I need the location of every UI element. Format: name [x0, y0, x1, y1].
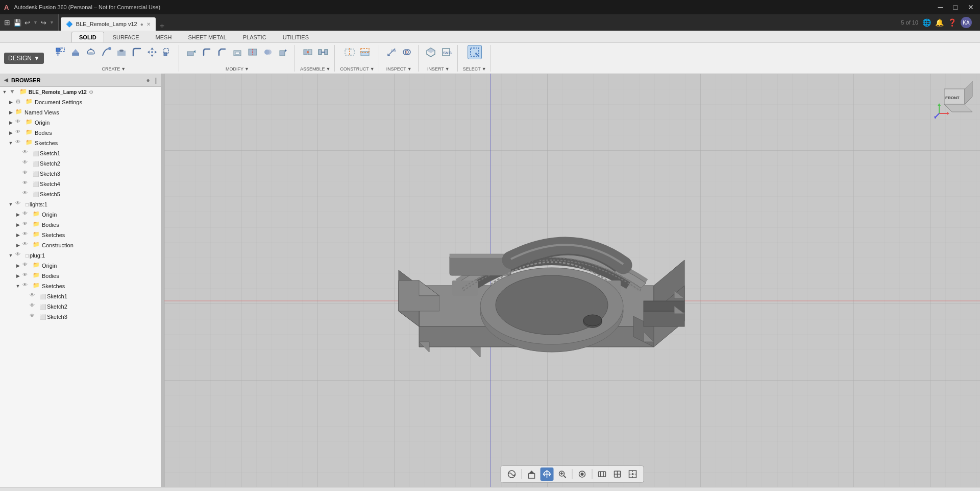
insert-group-label[interactable]: INSERT ▼ — [427, 66, 450, 72]
undo-icon[interactable]: ↩ — [24, 19, 30, 27]
tree-bodies[interactable]: ▶ 👁 📁 Bodies — [0, 128, 161, 138]
tree-sketch2[interactable]: 👁 ⬜ Sketch2 — [0, 158, 161, 169]
chamfer-icon[interactable] — [215, 45, 229, 59]
tree-plug-origin[interactable]: ▶ 👁 📁 Origin — [0, 261, 161, 271]
viewport[interactable]: FRONT — [164, 74, 980, 487]
create-group-label[interactable]: CREATE ▼ — [102, 66, 126, 72]
expand-plug[interactable]: ▼ — [7, 252, 14, 259]
extrude-icon[interactable] — [68, 45, 83, 59]
tree-sketch4[interactable]: 👁 ⬜ Sketch4 — [0, 179, 161, 189]
tree-sketch5[interactable]: 👁 ⬜ Sketch5 — [0, 189, 161, 199]
maximize-button[interactable]: □ — [951, 3, 960, 11]
browser-expand-icon[interactable]: ◀ — [4, 77, 8, 83]
expand-lights[interactable]: ▼ — [7, 201, 14, 208]
modify-group-label[interactable]: MODIFY ▼ — [226, 66, 249, 72]
midplane-icon[interactable] — [342, 45, 357, 59]
tab-sheet-metal[interactable]: SHEET METAL — [180, 32, 234, 42]
expand-lights-sketches[interactable]: ▶ — [14, 231, 21, 239]
tree-sketches[interactable]: ▼ 👁 📁 Sketches — [0, 138, 161, 148]
expand-named-views[interactable]: ▶ — [7, 109, 14, 116]
active-tab[interactable]: 🔷 BLE_Remote_Lamp v12 ● ✕ — [61, 17, 156, 31]
construct-group-label[interactable]: CONSTRUCT ▼ — [340, 66, 374, 72]
snap-settings-icon[interactable] — [626, 467, 640, 481]
browser-pin-icon[interactable]: | — [155, 77, 157, 84]
new-tab-button[interactable]: + — [157, 21, 167, 31]
pan-icon[interactable] — [541, 467, 554, 481]
interference-icon[interactable] — [400, 45, 414, 59]
modify-fillet-icon[interactable] — [200, 45, 214, 59]
look-at-icon[interactable] — [576, 467, 589, 481]
axis-cube[interactable]: FRONT — [934, 79, 975, 120]
tree-plug-component[interactable]: ▼ 👁 □ plug:1 — [0, 250, 161, 261]
home-icon[interactable] — [525, 467, 538, 481]
tree-named-views[interactable]: ▶ 📁 Named Views — [0, 107, 161, 118]
redo-dropdown-icon[interactable]: ▼ — [50, 20, 54, 25]
tree-root[interactable]: ▼ ▼ 📁 BLE_Remote_Lamp v12 ⚙ — [0, 87, 161, 97]
expand-plug-bodies[interactable]: ▶ — [14, 272, 21, 279]
shell-icon[interactable] — [230, 45, 244, 59]
expand-origin[interactable]: ▶ — [7, 119, 14, 126]
tree-doc-settings[interactable]: ▶ ⚙ 📁 Document Settings — [0, 97, 161, 107]
tree-origin[interactable]: ▶ 👁 📁 Origin — [0, 118, 161, 128]
tab-close-icon[interactable]: ✕ — [146, 21, 151, 27]
fillet-icon[interactable] — [130, 45, 144, 59]
insert-svg-icon[interactable]: SVG — [439, 45, 453, 59]
scale-icon[interactable] — [160, 45, 175, 59]
tab-plastic[interactable]: PLASTIC — [235, 32, 274, 42]
tree-plug-sketches[interactable]: ▼ 👁 📁 Sketches — [0, 281, 161, 291]
undo-dropdown-icon[interactable]: ▼ — [33, 20, 38, 25]
hole-icon[interactable] — [114, 45, 129, 59]
tree-lights-construction[interactable]: ▶ 👁 📁 Construction — [0, 240, 161, 250]
tab-utilities[interactable]: UTILITIES — [275, 32, 316, 42]
design-dropdown[interactable]: DESIGN ▼ — [4, 53, 44, 64]
expand-lights-origin[interactable]: ▶ — [14, 211, 21, 218]
inspect-group-label[interactable]: INSPECT ▼ — [386, 66, 412, 72]
select-group-label[interactable]: SELECT ▼ — [463, 66, 486, 72]
combine-icon[interactable] — [261, 45, 275, 59]
help-icon[interactable]: ❓ — [948, 18, 957, 27]
joint-icon[interactable] — [301, 45, 315, 59]
new-component-icon[interactable] — [53, 45, 67, 59]
expand-root[interactable]: ▼ — [1, 88, 8, 96]
expand-plug-sketches[interactable]: ▼ — [14, 283, 21, 290]
tab-solid[interactable]: SOLID — [71, 32, 104, 42]
expand-lights-construction[interactable]: ▶ — [14, 242, 21, 249]
tree-sketch3[interactable]: 👁 ⬜ Sketch3 — [0, 169, 161, 179]
expand-bodies[interactable]: ▶ — [7, 129, 14, 136]
tree-plug-sketch1[interactable]: 👁 ⬜ Sketch1 — [0, 291, 161, 301]
assemble-group-label[interactable]: ASSEMBLE ▼ — [300, 66, 330, 72]
display-settings-icon[interactable] — [596, 467, 609, 481]
browser-options-icon[interactable]: ● — [146, 77, 150, 84]
offset-plane-icon[interactable] — [358, 45, 372, 59]
tree-lights-component[interactable]: ▼ 👁 □ lights:1 — [0, 199, 161, 209]
sweep-icon[interactable] — [99, 45, 113, 59]
notifications-icon[interactable]: 🔔 — [935, 18, 944, 27]
tree-lights-origin[interactable]: ▶ 👁 📁 Origin — [0, 209, 161, 220]
close-button[interactable]: ✕ — [966, 3, 976, 11]
insert-mesh-icon[interactable] — [424, 45, 438, 59]
rigid-group-icon[interactable] — [316, 45, 330, 59]
tree-plug-sketch3[interactable]: 👁 ⬜ Sketch3 — [0, 312, 161, 322]
expand-sketches[interactable]: ▼ — [7, 139, 14, 147]
expand-lights-bodies[interactable]: ▶ — [14, 221, 21, 228]
tab-mesh[interactable]: MESH — [148, 32, 180, 42]
minimize-button[interactable]: ─ — [936, 3, 945, 11]
split-face-icon[interactable] — [246, 45, 260, 59]
modify-move-icon[interactable] — [276, 45, 290, 59]
tree-lights-sketches[interactable]: ▶ 👁 📁 Sketches — [0, 230, 161, 240]
apps-icon[interactable]: ⊞ — [4, 18, 10, 27]
grid-settings-icon[interactable] — [611, 467, 624, 481]
revolve-icon[interactable] — [84, 45, 98, 59]
tree-sketch1[interactable]: 👁 ⬜ Sketch1 — [0, 148, 161, 158]
redo-icon[interactable]: ↪ — [41, 19, 46, 27]
expand-plug-origin[interactable]: ▶ — [14, 262, 21, 269]
tree-plug-sketch2[interactable]: 👁 ⬜ Sketch2 — [0, 301, 161, 312]
push-pull-icon[interactable] — [184, 45, 199, 59]
tab-surface[interactable]: SURFACE — [105, 32, 147, 42]
expand-doc-settings[interactable]: ▶ — [7, 99, 14, 106]
account-icon[interactable]: KA — [961, 17, 972, 28]
move-icon[interactable] — [145, 45, 159, 59]
orbit-icon[interactable] — [505, 467, 519, 481]
save-icon[interactable]: 💾 — [13, 19, 21, 27]
measure-icon[interactable]: cm — [384, 45, 399, 59]
